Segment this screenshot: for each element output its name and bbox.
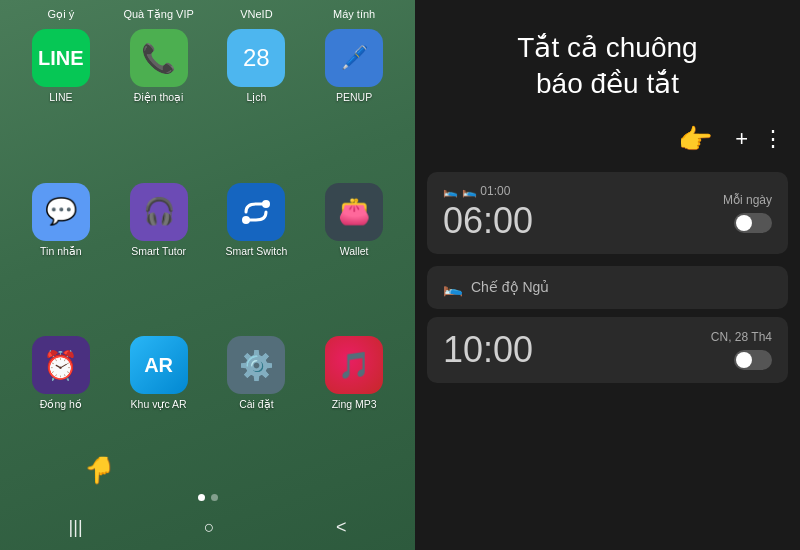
pointer-clock-icon: 👇 xyxy=(84,455,116,486)
app-icon-clock: ⏰ xyxy=(32,336,90,394)
app-grid: LINE LINE 📞 Điện thoại 28 Lịch 🖊️ PENUP xyxy=(8,25,407,486)
left-panel: Gọi ý Quà Tặng VIP VNeID Máy tính LINE L… xyxy=(0,0,415,550)
alarm-card-2[interactable]: 10:00 CN, 28 Th4 xyxy=(427,317,788,383)
pointer-add-icon: 👉 xyxy=(678,123,713,156)
app-zing[interactable]: 🎵 Zing MP3 xyxy=(309,336,399,482)
top-label-maytinh: Máy tính xyxy=(309,8,399,21)
app-label-wallet: Wallet xyxy=(340,245,369,257)
page-dots xyxy=(8,486,407,509)
app-icon-tutor: 🎧 xyxy=(130,183,188,241)
alarm-1-time: 06:00 xyxy=(443,200,533,242)
alarm-2-right: CN, 28 Th4 xyxy=(711,330,772,370)
app-label-switch: Smart Switch xyxy=(225,245,287,257)
nav-back-icon[interactable]: < xyxy=(336,517,347,538)
app-icon-settings: ⚙️ xyxy=(227,336,285,394)
app-calendar[interactable]: 28 Lịch xyxy=(212,29,302,175)
app-label-settings: Cài đặt xyxy=(239,398,273,410)
nav-bar: ||| ○ < xyxy=(8,509,407,550)
app-icon-ar: AR xyxy=(130,336,188,394)
alarm-1-toggle-knob xyxy=(736,215,752,231)
app-icon-wallet: 👛 xyxy=(325,183,383,241)
top-label-vip: Quà Tặng VIP xyxy=(114,8,204,21)
alarm-1-repeat: Mỗi ngày xyxy=(723,193,772,207)
alarm-2-toggle-knob xyxy=(736,352,752,368)
app-label-line: LINE xyxy=(49,91,72,103)
app-wallet[interactable]: 👛 Wallet xyxy=(309,183,399,329)
app-icon-penup: 🖊️ xyxy=(325,29,383,87)
alarm-1-sub: 🛌 🛌 01:00 xyxy=(443,184,533,198)
top-label-goiy: Gọi ý xyxy=(16,8,106,21)
app-icon-line: LINE xyxy=(32,29,90,87)
alarm-1-sublabel: 🛌 01:00 xyxy=(462,184,510,198)
dot-2 xyxy=(211,494,218,501)
alarm-card-1[interactable]: 🛌 🛌 01:00 06:00 Mỗi ngày xyxy=(427,172,788,254)
app-settings[interactable]: ⚙️ Cài đặt xyxy=(212,336,302,482)
app-label-ar: Khu vực AR xyxy=(131,398,187,410)
app-label-messages: Tin nhắn xyxy=(40,245,82,257)
app-phone[interactable]: 📞 Điện thoại xyxy=(114,29,204,175)
app-icon-switch xyxy=(227,183,285,241)
app-icon-calendar: 28 xyxy=(227,29,285,87)
top-label-vneid: VNeID xyxy=(211,8,301,21)
app-icon-messages: 💬 xyxy=(32,183,90,241)
nav-home-icon[interactable]: ○ xyxy=(204,517,215,538)
nav-recents-icon[interactable]: ||| xyxy=(69,517,83,538)
app-ar[interactable]: AR Khu vực AR xyxy=(114,336,204,482)
alarm-2-date: CN, 28 Th4 xyxy=(711,330,772,344)
alarm-2-toggle[interactable] xyxy=(734,350,772,370)
app-label-penup: PENUP xyxy=(336,91,372,103)
alarm-2-time: 10:00 xyxy=(443,329,533,371)
app-label-phone: Điện thoại xyxy=(134,91,184,103)
app-messages[interactable]: 💬 Tin nhắn xyxy=(16,183,106,329)
sleep-mode-label: Chế độ Ngủ xyxy=(471,279,549,295)
alarm-1-toggle[interactable] xyxy=(734,213,772,233)
alarm-header-text: Tắt cả chuôngbáo đều tắt xyxy=(435,30,780,103)
app-line[interactable]: LINE LINE xyxy=(16,29,106,175)
alarm-header: Tắt cả chuôngbáo đều tắt xyxy=(415,0,800,123)
app-icon-phone: 📞 xyxy=(130,29,188,87)
app-label-zing: Zing MP3 xyxy=(332,398,377,410)
app-label-calendar: Lịch xyxy=(246,91,266,103)
svg-point-1 xyxy=(242,216,250,224)
sleep-mode-button[interactable]: 🛌 Chế độ Ngủ xyxy=(427,266,788,309)
sleep-mode-icon: 🛌 xyxy=(443,278,463,297)
switch-svg-icon xyxy=(238,194,274,230)
alarm-1-right: Mỗi ngày xyxy=(723,193,772,233)
right-panel: Tắt cả chuôngbáo đều tắt 👉 + ⋮ 🛌 🛌 01:00… xyxy=(415,0,800,550)
sleep-sub-icon: 🛌 xyxy=(443,184,458,198)
app-label-tutor: Smart Tutor xyxy=(131,245,186,257)
app-icon-zing: 🎵 xyxy=(325,336,383,394)
dot-1 xyxy=(198,494,205,501)
app-penup[interactable]: 🖊️ PENUP xyxy=(309,29,399,175)
alarm-1-left: 🛌 🛌 01:00 06:00 xyxy=(443,184,533,242)
app-tutor[interactable]: 🎧 Smart Tutor xyxy=(114,183,204,329)
app-label-clock: Đồng hồ xyxy=(40,398,82,410)
alarm-2-left: 10:00 xyxy=(443,329,533,371)
app-clock[interactable]: ⏰ Đồng hồ 👇 xyxy=(16,336,106,482)
more-options-button[interactable]: ⋮ xyxy=(762,126,784,152)
add-alarm-button[interactable]: + xyxy=(735,126,748,152)
alarm-actions: 👉 + ⋮ xyxy=(415,123,800,168)
svg-point-0 xyxy=(262,200,270,208)
app-switch[interactable]: Smart Switch xyxy=(212,183,302,329)
top-labels: Gọi ý Quà Tặng VIP VNeID Máy tính xyxy=(8,0,407,25)
